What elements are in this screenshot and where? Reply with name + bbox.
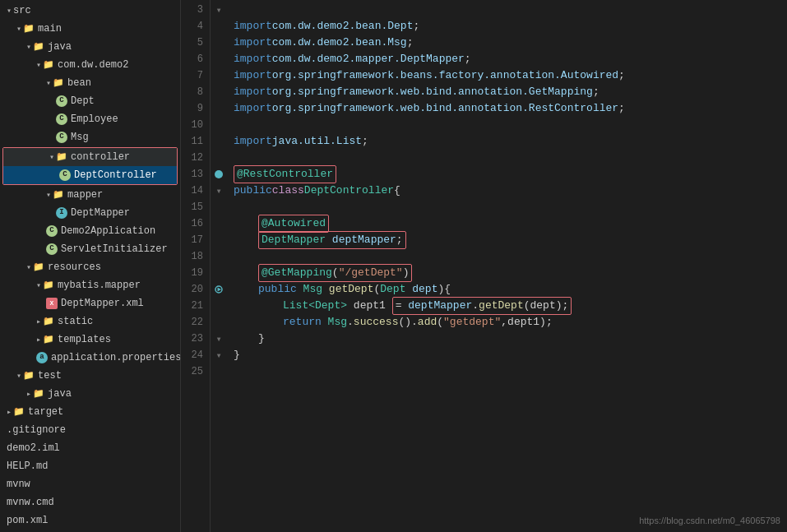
- code-text: com.dw.demo2.bean.Dept: [272, 18, 414, 35]
- code-text: ;: [396, 234, 403, 246]
- code-keyword: import: [234, 18, 272, 35]
- code-keyword: import: [234, 67, 272, 84]
- assignment-box: = deptMapper.getDept(dept);: [392, 297, 572, 315]
- code-line-18: [234, 248, 787, 265]
- sidebar-item-test-java[interactable]: 📁 java: [0, 385, 180, 403]
- sidebar-item-employee[interactable]: C Employee: [0, 110, 180, 128]
- sidebar-item-appprops[interactable]: a application.properties: [0, 349, 180, 367]
- line-num: 9: [187, 100, 203, 117]
- folder-icon: 📁: [43, 58, 54, 72]
- sidebar-item-mvnw[interactable]: mvnw: [0, 475, 180, 493]
- file-tree[interactable]: src 📁 main 📁 java 📁 com.dw.demo2 📁 bean …: [0, 0, 181, 532]
- sidebar-item-resources[interactable]: 📁 resources: [0, 258, 180, 276]
- sidebar-item-msg[interactable]: C Msg: [0, 128, 180, 146]
- class-icon: C: [56, 95, 67, 107]
- sidebar-item-mapper[interactable]: 📁 mapper: [0, 186, 180, 204]
- sidebar-item-label: static: [58, 314, 93, 329]
- gutter-10: [211, 117, 227, 133]
- code-text: .: [472, 299, 479, 312]
- code-class: Msg: [303, 283, 329, 295]
- svg-point-0: [215, 170, 223, 178]
- line-num: 4: [187, 18, 203, 35]
- code-text: {: [394, 183, 400, 199]
- sidebar-item-label: bean: [67, 76, 91, 90]
- sidebar-item-deptcontroller[interactable]: C DeptController: [3, 166, 177, 184]
- code-text: ,dept1);: [501, 316, 552, 328]
- folder-icon: 📁: [33, 40, 44, 54]
- sidebar-item-mybatis-mapper[interactable]: 📁 mybatis.mapper: [0, 276, 180, 294]
- svg-marker-2: [218, 288, 222, 292]
- sidebar-item-helpmd[interactable]: HELP.md: [0, 457, 180, 475]
- line-num: 5: [187, 35, 203, 51]
- code-class: Msg: [328, 316, 347, 328]
- folder-icon: 📁: [43, 279, 54, 293]
- sidebar-item-label: Demo2Application: [61, 224, 155, 238]
- deppmapper-box: DeptMapper deptMapper;: [258, 231, 406, 249]
- code-keyword: import: [234, 133, 272, 150]
- code-line-25: [234, 363, 787, 380]
- folder-icon: 📁: [53, 188, 64, 202]
- arrow-icon: [36, 316, 41, 328]
- code-line-22: return Msg.success().add("getdept",dept1…: [234, 314, 787, 331]
- code-text: }: [234, 347, 240, 363]
- sidebar-item-label: .gitignore: [7, 423, 66, 437]
- props-icon: a: [36, 352, 48, 363]
- code-text: ;: [413, 18, 419, 35]
- sidebar-item-java[interactable]: 📁 java: [0, 38, 180, 56]
- folder-icon: 📁: [43, 333, 54, 347]
- code-text: (dept);: [524, 299, 569, 312]
- sidebar-item-demo2app[interactable]: C Demo2Application: [0, 222, 180, 240]
- sidebar-item-servletinit[interactable]: C ServletInitializer: [0, 240, 180, 258]
- sidebar-item-mvnwcmd[interactable]: mvnw.cmd: [0, 493, 180, 511]
- sidebar-item-label: main: [38, 21, 62, 36]
- gutter-run-20[interactable]: [211, 281, 227, 298]
- sidebar-item-label: mvnw: [7, 477, 30, 492]
- arrow-icon: [36, 280, 41, 292]
- code-string: "getdept": [443, 316, 501, 328]
- sidebar-item-main[interactable]: 📁 main: [0, 20, 180, 38]
- code-annotation: @RestController: [237, 168, 333, 180]
- sidebar-item-deptmapper[interactable]: I DeptMapper: [0, 204, 180, 222]
- sidebar-item-package[interactable]: 📁 com.dw.demo2: [0, 56, 180, 74]
- sidebar-item-src[interactable]: src: [0, 2, 180, 20]
- sidebar-item-label: pom.xml: [7, 513, 48, 528]
- line-num: 19: [187, 265, 203, 281]
- sidebar-item-bean[interactable]: 📁 bean: [0, 74, 180, 92]
- sidebar-item-gitignore[interactable]: .gitignore: [0, 421, 180, 439]
- code-text: ;: [593, 84, 600, 100]
- arrow-icon: [7, 5, 12, 17]
- sidebar-item-pomxml[interactable]: pom.xml: [0, 511, 180, 530]
- line-num: 20: [187, 281, 203, 298]
- sidebar-item-target[interactable]: 📁 target: [0, 403, 180, 421]
- sidebar-item-static[interactable]: 📁 static: [0, 312, 180, 331]
- code-text: com.dw.demo2.bean.Msg: [272, 35, 407, 51]
- sidebar-item-controller[interactable]: 📁 controller: [3, 148, 177, 166]
- sidebar-item-deptmapper-xml[interactable]: X DeptMapper.xml: [0, 294, 180, 312]
- code-text: =: [396, 299, 409, 312]
- code-line-21: List<Dept> dept1 = deptMapper.getDept(de…: [234, 298, 787, 314]
- interface-icon: I: [56, 207, 67, 219]
- code-keyword: import: [234, 84, 272, 100]
- code-text: [234, 2, 240, 18]
- sidebar-item-templates[interactable]: 📁 templates: [0, 331, 180, 349]
- gutter-fold-24: ▾: [211, 347, 227, 363]
- code-text: ;: [465, 51, 471, 67]
- code-var: deptMapper: [408, 299, 472, 312]
- gutter-bean-13[interactable]: [211, 166, 227, 183]
- sidebar-item-label: mvnw.cmd: [7, 495, 54, 510]
- sidebar-item-test[interactable]: 📁 test: [0, 367, 180, 385]
- class-icon: C: [56, 113, 67, 125]
- line-num: 18: [187, 248, 203, 265]
- xml-icon: X: [46, 298, 58, 309]
- gutter-8: [211, 84, 227, 100]
- sidebar-item-dept[interactable]: C Dept: [0, 92, 180, 110]
- code-keyword: import: [234, 51, 272, 67]
- code-annotation: @Autowired: [262, 217, 326, 229]
- sidebar-item-demo2iml[interactable]: demo2.iml: [0, 439, 180, 457]
- code-line-12: [234, 150, 787, 166]
- line-num: 21: [187, 298, 203, 314]
- arrow-icon: [49, 151, 54, 164]
- code-content[interactable]: import com.dw.demo2.bean.Dept; import co…: [227, 0, 787, 532]
- code-indent: public Msg getDept(Dept dept){: [258, 281, 451, 298]
- sidebar-item-label: application.properties: [51, 350, 181, 365]
